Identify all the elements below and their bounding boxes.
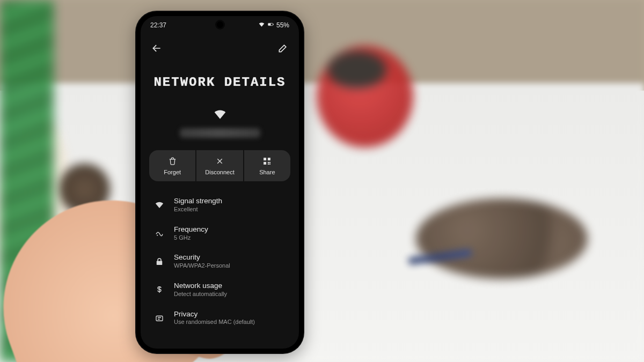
lock-icon: [153, 257, 165, 267]
svg-rect-8: [269, 161, 270, 162]
svg-rect-1: [268, 24, 271, 26]
detail-security[interactable]: Security WPA/WPA2-Personal: [143, 247, 297, 276]
forget-label: Forget: [164, 169, 181, 175]
app-bar: [141, 38, 299, 59]
battery-icon: [267, 21, 274, 29]
page-title: NETWORK DETAILS: [141, 75, 299, 90]
status-time: 22:37: [150, 21, 166, 29]
status-right: 55%: [258, 21, 289, 29]
detail-label: Privacy: [174, 310, 255, 319]
network-header: [141, 107, 299, 138]
share-label: Share: [259, 169, 275, 175]
details-list: Signal strength Excellent Frequency 5 GH…: [141, 191, 299, 349]
camera-cutout: [217, 21, 223, 28]
forget-button[interactable]: Forget: [149, 150, 195, 181]
svg-rect-3: [264, 158, 266, 160]
close-icon: [215, 157, 224, 167]
detail-value: Excellent: [174, 206, 222, 213]
dollar-icon: [153, 285, 165, 294]
svg-rect-4: [268, 158, 270, 160]
privacy-icon: [153, 313, 165, 323]
detail-label: Frequency: [174, 225, 208, 234]
detail-label: Signal strength: [174, 197, 222, 206]
frequency-icon: [153, 228, 165, 238]
qr-icon: [262, 157, 272, 167]
disconnect-button[interactable]: Disconnect: [196, 150, 243, 181]
svg-rect-9: [268, 163, 269, 164]
svg-rect-7: [269, 163, 270, 164]
svg-rect-11: [156, 316, 163, 321]
svg-rect-5: [264, 161, 266, 164]
photo-background: 22:37 55%: [0, 0, 644, 362]
detail-label: Security: [174, 253, 230, 262]
edit-button[interactable]: [275, 41, 290, 56]
network-ssid-redacted: [180, 128, 260, 138]
detail-network-usage[interactable]: Network usage Detect automatically: [143, 276, 297, 304]
signal-icon: [153, 200, 165, 210]
svg-rect-6: [268, 161, 269, 162]
detail-value: Detect automatically: [174, 291, 227, 298]
phone-screen: 22:37 55%: [141, 16, 299, 349]
svg-point-10: [157, 235, 158, 236]
back-button[interactable]: [149, 41, 164, 56]
detail-value: WPA/WPA2-Personal: [174, 262, 230, 270]
detail-frequency[interactable]: Frequency 5 GHz: [143, 219, 297, 248]
phone-frame: 22:37 55%: [135, 11, 304, 354]
detail-value: Use randomised MAC (default): [174, 319, 255, 326]
trash-icon: [168, 157, 177, 167]
detail-privacy[interactable]: Privacy Use randomised MAC (default): [143, 304, 297, 333]
detail-signal-strength[interactable]: Signal strength Excellent: [143, 191, 297, 219]
svg-rect-2: [273, 24, 274, 25]
battery-text: 55%: [276, 21, 289, 29]
wifi-large-icon: [213, 115, 227, 123]
action-row: Forget Disconnect Share: [149, 150, 290, 181]
disconnect-label: Disconnect: [205, 169, 234, 175]
wifi-icon: [258, 21, 265, 29]
detail-label: Network usage: [174, 282, 227, 291]
share-button[interactable]: Share: [244, 150, 290, 181]
detail-value: 5 GHz: [174, 234, 208, 242]
